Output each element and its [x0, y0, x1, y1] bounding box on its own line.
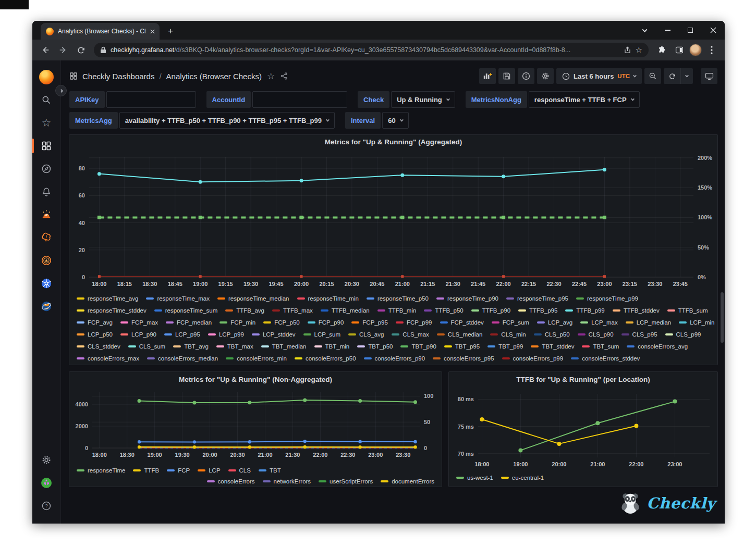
variable-interval-select[interactable]: 60 — [382, 112, 408, 129]
legend-item-CLS_median[interactable]: CLS_median — [437, 331, 482, 338]
legend-item-TTFB_median[interactable]: TTFB_median — [321, 307, 370, 314]
legend-item-responseTime_stddev[interactable]: responseTime_stddev — [77, 307, 147, 314]
browser-tab[interactable]: Analytics (Browser Checks) - Che — [41, 23, 160, 40]
favorite-star-icon[interactable]: ☆ — [267, 71, 275, 82]
legend-item-TTFB_max[interactable]: TTFB_max — [272, 307, 313, 314]
legend-item-responseTime_p95[interactable]: responseTime_p95 — [506, 295, 568, 302]
legend-item-TTFB_sum[interactable]: TTFB_sum — [667, 307, 708, 314]
legend-item-consoleErrors_min[interactable]: consoleErrors_min — [226, 355, 287, 362]
refresh-interval-dropdown[interactable] — [680, 68, 693, 84]
legend-item-FCP_p99[interactable]: FCP_p99 — [396, 319, 432, 326]
legend-item-networkErrors[interactable]: networkErrors — [263, 478, 311, 484]
legend-item-responseTime_max[interactable]: responseTime_max — [146, 295, 210, 302]
legend-item-consoleErrors_median[interactable]: consoleErrors_median — [147, 355, 218, 362]
tab-close-icon[interactable] — [150, 29, 155, 34]
legend-item-LCP_p95[interactable]: LCP_p95 — [164, 331, 200, 338]
legend-item-TBT_p99[interactable]: TBT_p99 — [487, 343, 523, 350]
legend-item-responseTime_p99[interactable]: responseTime_p99 — [576, 295, 638, 302]
legend-item-TTFB_min[interactable]: TTFB_min — [377, 307, 417, 314]
zoom-out-time-button[interactable] — [644, 68, 661, 84]
sidebar-item-dashboards[interactable] — [36, 134, 57, 157]
kiosk-mode-button[interactable] — [701, 68, 717, 84]
legend-item-LCP[interactable]: LCP — [198, 467, 220, 474]
extensions-puzzle-icon[interactable] — [654, 42, 669, 58]
legend-item-LCP_p99[interactable]: LCP_p99 — [208, 331, 244, 338]
legend-item-FCP_max[interactable]: FCP_max — [120, 319, 158, 326]
legend-item-LCP_sum[interactable]: LCP_sum — [303, 331, 341, 338]
scrollbar-thumb[interactable] — [721, 292, 724, 343]
legend-item-eu-central-1[interactable]: eu-central-1 — [501, 475, 544, 481]
legend-item-CLS_max[interactable]: CLS_max — [392, 331, 429, 338]
sidebar-item-alerting[interactable] — [36, 180, 57, 203]
legend-item-consoleErrors_p95[interactable]: consoleErrors_p95 — [433, 355, 494, 362]
sidebar-user-avatar[interactable] — [36, 471, 57, 494]
variable-metricsnonagg-select[interactable]: responseTime + TTFB + FCP — [529, 91, 640, 108]
legend-item-TTFB_p95[interactable]: TTFB_p95 — [518, 307, 557, 314]
dashboard-settings-button[interactable] — [537, 68, 554, 84]
legend-item-consoleErrors_p99[interactable]: consoleErrors_p99 — [502, 355, 564, 362]
legend-item-FCP_sum[interactable]: FCP_sum — [492, 319, 529, 326]
legend-item-consoleErrors_p50[interactable]: consoleErrors_p50 — [295, 355, 356, 362]
grafana-logo[interactable] — [36, 66, 57, 89]
legend-item-userScriptErrors[interactable]: userScriptErrors — [319, 478, 373, 484]
tab-search-icon[interactable] — [633, 21, 656, 40]
legend-item-LCP_avg[interactable]: LCP_avg — [537, 319, 572, 326]
time-range-picker[interactable]: Last 6 hours UTC — [556, 68, 642, 84]
legend-item-TTFB_p99[interactable]: TTFB_p99 — [565, 307, 604, 314]
panel-non-aggregated[interactable]: Metrics for "Up & Running" (Non-Aggregat… — [69, 371, 442, 487]
sidebar-item-oncall[interactable] — [36, 249, 57, 272]
legend-item-CLS_min[interactable]: CLS_min — [490, 331, 526, 338]
legend-item-CLS[interactable]: CLS — [228, 467, 251, 474]
sidebar-item-explore[interactable] — [36, 157, 57, 180]
legend-item-TBT_p50[interactable]: TBT_p50 — [357, 343, 393, 350]
legend-item-responseTime_p50[interactable]: responseTime_p50 — [367, 295, 429, 302]
legend-item-consoleErrors_p90[interactable]: consoleErrors_p90 — [364, 355, 425, 362]
legend-item-TBT_stddev[interactable]: TBT_stddev — [531, 343, 574, 350]
legend-item-CLS_p95[interactable]: CLS_p95 — [621, 331, 657, 338]
side-panel-icon[interactable] — [672, 42, 687, 58]
legend-item-TBT_max[interactable]: TBT_max — [216, 343, 253, 350]
legend-item-FCP_avg[interactable]: FCP_avg — [77, 319, 113, 326]
dashboard-info-button[interactable] — [518, 68, 534, 84]
url-bar[interactable]: checklyhq.grafana.net/d/s3BKQ-D4k/analyt… — [94, 43, 649, 57]
legend-item-consoleErrors[interactable]: consoleErrors — [207, 478, 255, 484]
legend-item-responseTime_p90[interactable]: responseTime_p90 — [436, 295, 498, 302]
browser-menu-kebab-icon[interactable] — [704, 42, 720, 58]
legend-item-TBT_median[interactable]: TBT_median — [261, 343, 307, 350]
save-dashboard-button[interactable] — [498, 68, 515, 84]
legend-item-TTFB_p50[interactable]: TTFB_p50 — [424, 307, 463, 314]
back-button[interactable] — [38, 42, 53, 58]
variable-apikey-input[interactable] — [106, 91, 196, 108]
legend-item-FCP_p95[interactable]: FCP_p95 — [351, 319, 388, 326]
refresh-button[interactable] — [73, 42, 89, 58]
non-aggregated-chart[interactable]: 02000400005010018:0018:3019:0019:3020:00… — [69, 387, 442, 463]
legend-item-consoleErrors_max[interactable]: consoleErrors_max — [77, 355, 139, 362]
maximize-button[interactable] — [679, 21, 702, 40]
legend-item-CLS_avg[interactable]: CLS_avg — [348, 331, 384, 338]
sidebar-item-machine-learning[interactable] — [36, 226, 57, 249]
legend-item-FCP[interactable]: FCP — [167, 467, 190, 474]
legend-item-FCP_median[interactable]: FCP_median — [166, 319, 212, 326]
legend-item-us-west-1[interactable]: us-west-1 — [456, 475, 493, 481]
variable-check-select[interactable]: Up & Running — [391, 91, 455, 108]
legend-item-CLS_sum[interactable]: CLS_sum — [128, 343, 166, 350]
legend-item-CLS_p99[interactable]: CLS_p99 — [665, 331, 701, 338]
browser-profile-avatar[interactable] — [689, 44, 702, 56]
legend-item-TTFB_p90[interactable]: TTFB_p90 — [471, 307, 510, 314]
new-tab-button[interactable]: + — [164, 24, 177, 38]
legend-item-TBT_p90[interactable]: TBT_p90 — [400, 343, 436, 350]
legend-item-responseTime[interactable]: responseTime — [77, 467, 125, 474]
add-panel-button[interactable] — [479, 68, 496, 84]
share-page-icon[interactable] — [624, 46, 631, 54]
legend-item-responseTime_median[interactable]: responseTime_median — [217, 295, 289, 302]
legend-item-LCP_stddev[interactable]: LCP_stddev — [252, 331, 296, 338]
legend-item-TBT_p95[interactable]: TBT_p95 — [444, 343, 480, 350]
legend-item-TBT[interactable]: TBT — [259, 467, 281, 474]
legend-item-LCP_min[interactable]: LCP_min — [679, 319, 714, 326]
variable-metricsagg-select[interactable]: availability + TTFB_p50 + TTFB_p90 + TTF… — [119, 112, 335, 129]
sidebar-item-help[interactable]: ? — [36, 494, 57, 517]
aggregated-chart[interactable]: 0204060800%50%100%150%200%18:0018:1518:3… — [69, 148, 717, 290]
share-dashboard-icon[interactable] — [280, 72, 288, 80]
sidebar-item-kubernetes[interactable] — [36, 272, 57, 295]
refresh-dashboard-button[interactable] — [664, 68, 680, 84]
